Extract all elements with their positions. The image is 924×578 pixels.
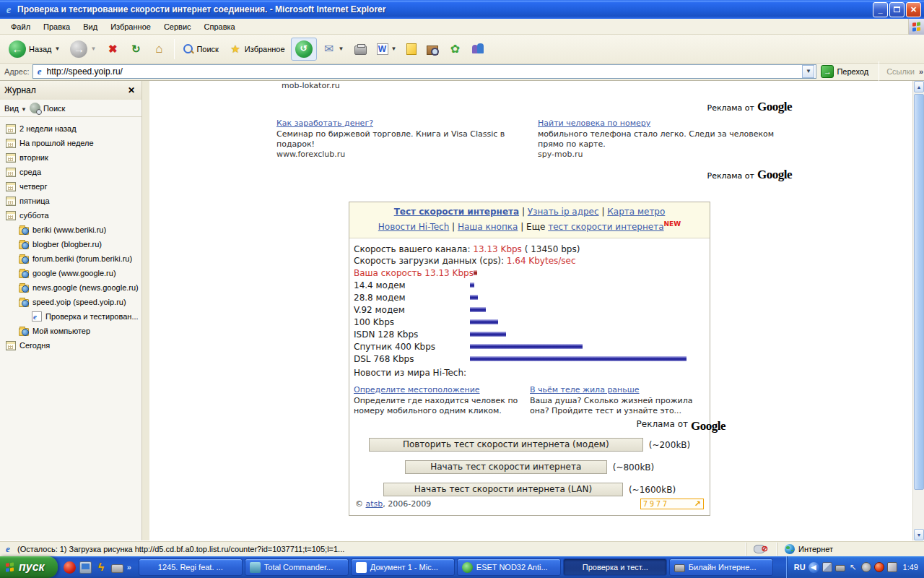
menu-item[interactable]: Вид: [77, 20, 104, 33]
ad-right-title-link[interactable]: Найти человека по номеру: [538, 118, 783, 128]
tray-downloadmaster-icon[interactable]: [874, 562, 884, 572]
taskbar-window-button[interactable]: ESET NOD32 Anti...: [457, 558, 561, 576]
stop-button[interactable]: ✖: [102, 40, 123, 59]
menu-item[interactable]: Справка: [198, 20, 242, 33]
links-chevron-icon[interactable]: »: [919, 67, 923, 76]
history-item[interactable]: На прошлой неделе: [0, 136, 141, 150]
history-search-button[interactable]: Поиск: [43, 104, 65, 113]
address-dropdown-icon[interactable]: ▼: [802, 65, 814, 78]
minimize-button[interactable]: _: [873, 2, 888, 17]
menu-item[interactable]: Файл: [4, 20, 37, 33]
history-item-icon: [6, 211, 16, 220]
discuss-button[interactable]: [402, 40, 421, 58]
atsb-link[interactable]: atsb: [366, 499, 383, 509]
speed-bar-row: 28.8 модем: [354, 291, 705, 303]
tray-chevron-icon[interactable]: ◀: [808, 562, 819, 573]
title-bar[interactable]: e Проверка и тестирование скорости интер…: [0, 0, 924, 19]
nav-metro-link[interactable]: Карта метро: [607, 207, 665, 217]
history-button[interactable]: ↺: [291, 38, 317, 61]
hit-counter-badge[interactable]: 7977 ↗: [640, 499, 704, 509]
tray-network-icon[interactable]: [822, 562, 832, 572]
address-input[interactable]: [47, 66, 801, 77]
nav-speed-test2-link[interactable]: тест скорости интернета: [548, 222, 663, 232]
history-item[interactable]: speed.yoip (speed.yoip.ru): [0, 295, 141, 309]
view-dropdown[interactable]: Вид ▼: [4, 104, 27, 113]
taskbar-window-button[interactable]: Билайн Интерне...: [669, 558, 773, 576]
quicklaunch-drive-icon[interactable]: [111, 564, 123, 573]
restore-button[interactable]: [889, 2, 905, 17]
history-item[interactable]: Сегодня: [0, 338, 141, 353]
history-item[interactable]: Проверка и тестирован...: [0, 309, 141, 324]
history-item[interactable]: пятница: [0, 194, 141, 208]
language-indicator[interactable]: RU: [794, 563, 806, 571]
box-ad-right-title-link[interactable]: В чьём теле жила раньше: [530, 385, 700, 394]
scroll-down-icon[interactable]: ▼: [914, 529, 924, 540]
nav-button-link[interactable]: Наша кнопка: [458, 222, 518, 232]
print-button[interactable]: [350, 40, 371, 58]
history-item[interactable]: beriki (www.beriki.ru): [0, 223, 141, 237]
history-item[interactable]: суббота: [0, 208, 141, 223]
links-label[interactable]: Ссылки: [886, 67, 915, 76]
box-ad-left-title-link[interactable]: Определите местоположение: [354, 385, 524, 394]
back-button[interactable]: ← Назад ▼: [4, 38, 64, 61]
test-button[interactable]: Начать тест скорости интернета: [405, 460, 607, 474]
forward-dropdown-icon[interactable]: ▼: [90, 46, 96, 52]
history-close-icon[interactable]: ✕: [126, 85, 137, 95]
mail-dropdown-icon[interactable]: ▼: [339, 46, 344, 52]
menu-item[interactable]: Избранное: [104, 20, 157, 33]
icq-button[interactable]: ✿: [444, 40, 466, 59]
research-button[interactable]: [422, 40, 443, 58]
test-button[interactable]: Повторить тест скорости интернета (модем…: [369, 438, 643, 452]
history-item[interactable]: четверг: [0, 179, 141, 194]
ad-left-title-link[interactable]: Как заработать денег?: [276, 118, 531, 128]
history-item[interactable]: forum.beriki (forum.beriki.ru): [0, 251, 141, 266]
search-button[interactable]: Поиск: [179, 41, 222, 57]
favorites-button[interactable]: ★ Избранное: [225, 40, 289, 59]
go-button[interactable]: → Переход: [819, 64, 873, 79]
quicklaunch-downloadmaster-icon[interactable]: [64, 561, 76, 574]
refresh-button[interactable]: ↻: [125, 40, 147, 59]
start-button[interactable]: пуск: [0, 556, 58, 578]
close-button[interactable]: ✕: [906, 2, 921, 17]
history-item-icon: [19, 299, 29, 307]
menu-item[interactable]: Правка: [37, 20, 77, 33]
taskbar-window-button[interactable]: Документ 1 - Mic...: [351, 558, 455, 576]
word-dropdown-icon[interactable]: ▼: [391, 46, 397, 52]
speed-bar-label: DSL 768 Kbps: [354, 354, 470, 364]
menu-item[interactable]: Сервис: [157, 20, 198, 33]
nav-ip-link[interactable]: Узнать ip адрес: [528, 207, 599, 217]
scroll-thumb[interactable]: [914, 94, 924, 490]
history-item[interactable]: google (www.google.ru): [0, 266, 141, 280]
mail-button[interactable]: ✉ ▼: [318, 40, 349, 59]
history-toolbar: Вид ▼ Поиск: [0, 100, 141, 117]
scroll-up-icon[interactable]: ▲: [914, 81, 924, 92]
history-item[interactable]: среда: [0, 165, 141, 179]
tray-volume-icon[interactable]: [861, 562, 871, 572]
nav-hitech-link[interactable]: Новости Hi-Tech: [378, 222, 449, 232]
google-logo: Google: [757, 100, 792, 113]
address-input-box[interactable]: e ▼: [32, 64, 817, 79]
history-item[interactable]: blogber (blogber.ru): [0, 237, 141, 251]
taskbar-window-button[interactable]: 1245. Regi feat. ...: [139, 558, 243, 576]
history-item[interactable]: 2 недели назад: [0, 121, 141, 136]
history-item[interactable]: Мой компьютер: [0, 324, 141, 338]
history-item-label: Сегодня: [19, 341, 50, 350]
forward-button[interactable]: → ▼: [66, 38, 100, 61]
quicklaunch-desktop-icon[interactable]: [79, 561, 92, 574]
back-dropdown-icon[interactable]: ▼: [55, 46, 61, 52]
history-item[interactable]: news.google (news.google.ru): [0, 280, 141, 295]
taskbar-window-button[interactable]: Проверка и тест...: [563, 558, 667, 576]
taskbar-window-button[interactable]: Total Commander...: [245, 558, 349, 576]
home-button[interactable]: ⌂: [148, 40, 170, 59]
quicklaunch-chevron-icon[interactable]: »: [127, 563, 131, 571]
edit-word-button[interactable]: W ▼: [372, 40, 401, 58]
nav-speed-test-link[interactable]: Тест скорости интернета: [394, 207, 519, 217]
vertical-scrollbar[interactable]: ▲ ▼: [912, 81, 924, 540]
tray-modem-icon[interactable]: [835, 565, 845, 571]
test-button[interactable]: Начать тест скорости интернета (LAN): [383, 483, 623, 496]
tray-pointer-icon[interactable]: ↖: [848, 562, 858, 572]
messenger-button[interactable]: [467, 40, 489, 58]
tray-eset-icon[interactable]: [887, 562, 897, 572]
history-item[interactable]: вторник: [0, 150, 141, 165]
quicklaunch-winamp-icon[interactable]: ϟ: [95, 561, 108, 574]
